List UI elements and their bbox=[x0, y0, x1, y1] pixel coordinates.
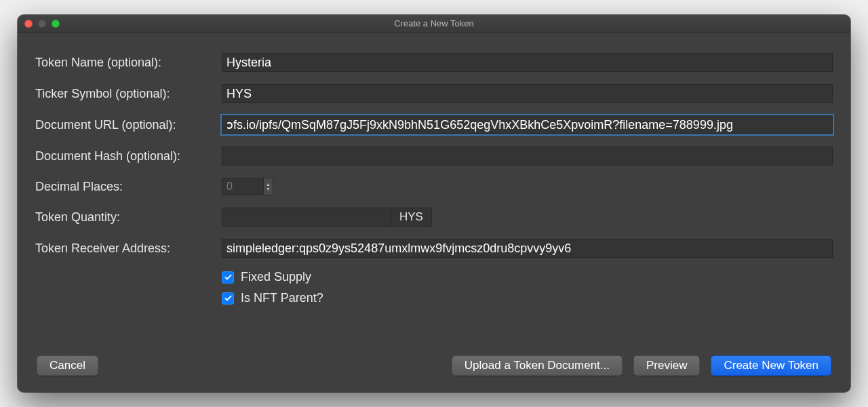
document-hash-label: Document Hash (optional): bbox=[35, 149, 222, 163]
is-nft-parent-checkbox[interactable] bbox=[222, 292, 234, 305]
preview-button[interactable]: Preview bbox=[633, 355, 700, 376]
titlebar: Create a New Token bbox=[18, 15, 850, 33]
stepper-buttons[interactable]: ▲ ▼ bbox=[264, 178, 273, 195]
fixed-supply-checkbox[interactable] bbox=[222, 271, 234, 284]
stepper-down-icon[interactable]: ▼ bbox=[266, 187, 271, 191]
window-controls bbox=[18, 20, 60, 28]
token-quantity-unit: HYS bbox=[391, 208, 432, 227]
token-name-input[interactable] bbox=[222, 53, 833, 72]
receiver-address-label: Token Receiver Address: bbox=[35, 241, 222, 256]
decimal-places-value[interactable]: 0 bbox=[222, 178, 264, 195]
footer-buttons: Cancel Upload a Token Document... Previe… bbox=[35, 350, 833, 379]
minimize-icon[interactable] bbox=[38, 20, 46, 28]
token-name-label: Token Name (optional): bbox=[35, 56, 222, 70]
window-title: Create a New Token bbox=[18, 18, 850, 28]
fixed-supply-label: Fixed Supply bbox=[241, 270, 311, 284]
decimal-places-stepper[interactable]: 0 ▲ ▼ bbox=[222, 178, 833, 195]
form: Token Name (optional): Ticker Symbol (op… bbox=[35, 53, 833, 305]
is-nft-parent-label: Is NFT Parent? bbox=[241, 291, 323, 305]
check-icon bbox=[224, 294, 233, 303]
token-quantity-input[interactable] bbox=[222, 208, 391, 227]
content-area: Token Name (optional): Ticker Symbol (op… bbox=[18, 33, 850, 392]
create-token-window: Create a New Token Token Name (optional)… bbox=[18, 15, 850, 392]
document-url-input[interactable] bbox=[222, 115, 833, 134]
close-icon[interactable] bbox=[24, 20, 33, 28]
zoom-icon[interactable] bbox=[52, 20, 60, 28]
stepper-up-icon[interactable]: ▲ bbox=[266, 182, 271, 187]
create-token-button[interactable]: Create New Token bbox=[711, 355, 831, 376]
cancel-button[interactable]: Cancel bbox=[37, 355, 98, 376]
check-icon bbox=[224, 273, 233, 282]
document-url-label: Document URL (optional): bbox=[35, 118, 222, 132]
upload-document-button[interactable]: Upload a Token Document... bbox=[452, 355, 623, 376]
ticker-symbol-input[interactable] bbox=[222, 84, 833, 103]
receiver-address-input[interactable] bbox=[222, 239, 833, 258]
ticker-symbol-label: Ticker Symbol (optional): bbox=[35, 87, 222, 101]
decimal-places-label: Decimal Places: bbox=[35, 180, 222, 194]
token-quantity-label: Token Quantity: bbox=[35, 210, 222, 225]
document-hash-input[interactable] bbox=[222, 147, 833, 166]
